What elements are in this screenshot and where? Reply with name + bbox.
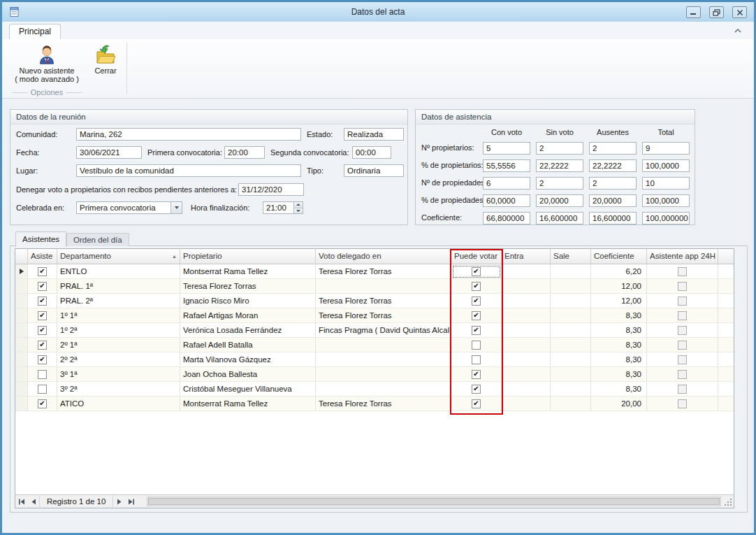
cell-sale[interactable]: [551, 294, 591, 308]
app24h-checkbox[interactable]: [678, 297, 687, 306]
close-button[interactable]: [732, 6, 747, 18]
cell-sale[interactable]: [551, 323, 591, 338]
cell-voto-delegado[interactable]: [316, 338, 451, 352]
minimize-button[interactable]: [686, 6, 701, 18]
table-row[interactable]: ✔1º 1ªRafael Artigas MoranTeresa Florez …: [15, 308, 734, 323]
next-record-button[interactable]: [113, 496, 125, 507]
row-indicator-cell[interactable]: [15, 308, 28, 323]
puede-votar-checkbox[interactable]: [472, 341, 481, 350]
puede-votar-checkbox[interactable]: [472, 355, 481, 364]
asiste-checkbox[interactable]: ✔: [38, 355, 47, 364]
column-header-app24[interactable]: Asistente app 24H: [647, 249, 718, 264]
table-row[interactable]: 3º 1ªJoan Ochoa Ballesta✔8,30: [15, 367, 734, 382]
table-row[interactable]: ✔2º 1ªRafael Adell Batalla8,30: [15, 338, 734, 352]
cell-propietario[interactable]: Marta Vilanova Gázquez: [180, 352, 316, 367]
spinner-buttons[interactable]: [293, 202, 303, 213]
row-indicator-cell[interactable]: [15, 323, 28, 338]
cell-entra[interactable]: [502, 382, 551, 397]
cell-asiste[interactable]: ✔: [28, 338, 57, 352]
asiste-checkbox[interactable]: ✔: [38, 267, 47, 276]
prev-record-button[interactable]: [27, 496, 39, 507]
asiste-checkbox[interactable]: [38, 385, 47, 394]
puede-votar-checkbox[interactable]: ✔: [472, 297, 481, 306]
cell-coeficiente[interactable]: 8,30: [591, 367, 647, 382]
cell-coeficiente[interactable]: 8,30: [591, 323, 647, 338]
column-header-puede[interactable]: Puede votar: [451, 249, 502, 264]
cell-propietario[interactable]: Montserrat Rama Tellez: [180, 397, 316, 411]
cell-departamento[interactable]: ENTLO: [57, 264, 180, 279]
cell-departamento[interactable]: 2º 1ª: [57, 338, 180, 352]
horizontal-scrollbar[interactable]: [147, 497, 721, 506]
cell-app-24h[interactable]: [647, 323, 718, 338]
column-header-voto[interactable]: Voto delegado en: [316, 249, 451, 264]
asiste-checkbox[interactable]: [38, 370, 47, 379]
estado-input[interactable]: Realizada: [344, 128, 404, 141]
puede-votar-checkbox[interactable]: ✔: [472, 399, 481, 408]
cell-app-24h[interactable]: [647, 279, 718, 294]
spin-down-icon[interactable]: [293, 208, 303, 214]
app24h-checkbox[interactable]: [678, 326, 687, 335]
cell-asiste[interactable]: ✔: [28, 397, 57, 411]
cell-puede-votar[interactable]: ✔: [451, 264, 502, 279]
cell-sale[interactable]: [551, 382, 591, 397]
attendance-value-field[interactable]: 5: [483, 142, 530, 155]
cell-app-24h[interactable]: [647, 367, 718, 382]
cell-sale[interactable]: [551, 279, 591, 294]
cell-entra[interactable]: [502, 352, 551, 367]
cell-voto-delegado[interactable]: Teresa Florez Torras: [316, 397, 451, 411]
attendance-value-field[interactable]: 9: [642, 142, 690, 155]
table-row[interactable]: ✔1º 2ªVerónica Losada FerrándezFincas Pr…: [15, 323, 734, 338]
asiste-checkbox[interactable]: ✔: [38, 311, 47, 320]
cell-app-24h[interactable]: [647, 338, 718, 352]
cell-departamento[interactable]: 3º 1ª: [57, 367, 180, 382]
cell-asiste[interactable]: [28, 382, 57, 397]
puede-votar-checkbox[interactable]: ✔: [472, 311, 481, 320]
cell-asiste[interactable]: ✔: [28, 264, 57, 279]
app24h-checkbox[interactable]: [678, 282, 687, 291]
cell-sale[interactable]: [551, 352, 591, 367]
denegar-date-input[interactable]: 31/12/2020: [238, 183, 304, 196]
first-record-button[interactable]: [15, 496, 27, 507]
maximize-button[interactable]: [709, 6, 724, 18]
cell-puede-votar[interactable]: [451, 352, 502, 367]
tab-asistentes[interactable]: Asistentes: [15, 231, 66, 247]
cell-sale[interactable]: [551, 308, 591, 323]
cell-puede-votar[interactable]: [451, 338, 502, 352]
attendance-value-field[interactable]: 2: [589, 142, 637, 155]
cell-app-24h[interactable]: [647, 264, 718, 279]
cell-departamento[interactable]: 3º 2ª: [57, 382, 180, 397]
cell-puede-votar[interactable]: ✔: [451, 382, 502, 397]
attendance-value-field[interactable]: 66,800000: [483, 212, 530, 224]
cell-entra[interactable]: [502, 264, 551, 279]
cell-sale[interactable]: [551, 264, 591, 279]
cell-sale[interactable]: [551, 338, 591, 352]
cell-propietario[interactable]: Rafael Artigas Moran: [180, 308, 316, 323]
cell-asiste[interactable]: ✔: [28, 294, 57, 308]
cell-entra[interactable]: [502, 279, 551, 294]
cell-departamento[interactable]: 2º 2ª: [57, 352, 180, 367]
attendance-value-field[interactable]: 22,2222: [536, 159, 583, 172]
new-attendee-button[interactable]: Nuevo asistente ( modo avanzado ): [9, 42, 85, 87]
cell-sale[interactable]: [551, 367, 591, 382]
cell-app-24h[interactable]: [647, 397, 718, 411]
cell-asiste[interactable]: ✔: [28, 279, 57, 294]
fecha-input[interactable]: 30/06/2021: [76, 146, 142, 159]
cell-puede-votar[interactable]: ✔: [451, 323, 502, 338]
cell-departamento[interactable]: 1º 2ª: [57, 323, 180, 338]
cell-voto-delegado[interactable]: [316, 382, 451, 397]
attendance-value-field[interactable]: 16,600000: [536, 212, 583, 224]
cell-app-24h[interactable]: [647, 382, 718, 397]
cell-coeficiente[interactable]: 6,20: [591, 264, 647, 279]
app24h-checkbox[interactable]: [678, 385, 687, 394]
cell-coeficiente[interactable]: 8,30: [591, 338, 647, 352]
app24h-checkbox[interactable]: [678, 399, 687, 408]
cell-entra[interactable]: [502, 367, 551, 382]
tab-orden-del-dia[interactable]: Orden del día: [66, 233, 129, 246]
table-row[interactable]: ✔PRAL. 2ªIgnacio Risco MiroTeresa Florez…: [15, 294, 734, 308]
cell-propietario[interactable]: Verónica Losada Ferrández: [180, 323, 316, 338]
attendance-value-field[interactable]: 2: [536, 142, 583, 155]
dropdown-arrow-icon[interactable]: [170, 202, 182, 213]
cell-voto-delegado[interactable]: Fincas Pragma ( David Quintas Alcal...: [316, 323, 451, 338]
attendance-value-field[interactable]: 16,600000: [589, 212, 637, 224]
attendance-value-field[interactable]: 100,000000: [642, 212, 690, 224]
